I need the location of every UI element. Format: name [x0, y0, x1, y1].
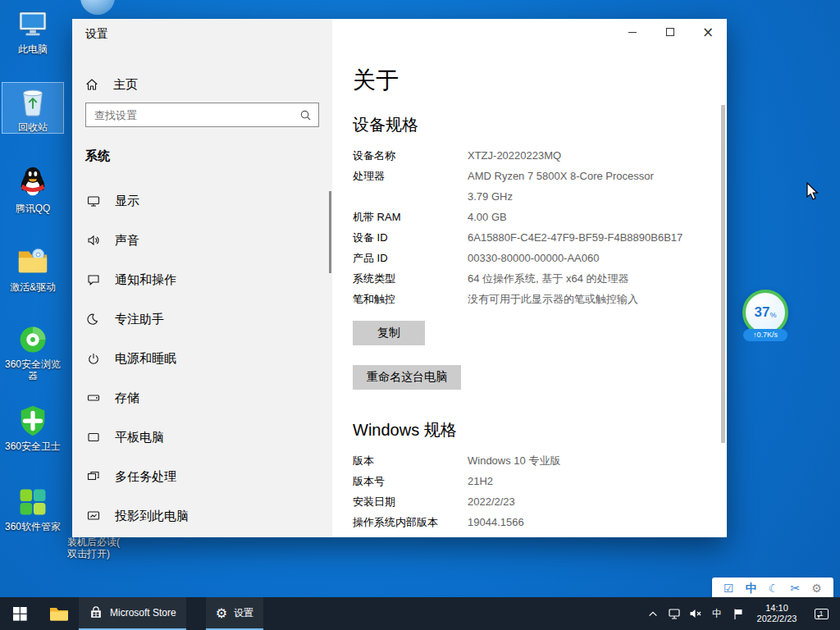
- notification-bubble-icon: 1: [815, 609, 829, 619]
- desktop-icon-label: 回收站: [2, 121, 63, 133]
- desktop-icon-activation-driver[interactable]: 激活&驱动: [2, 244, 64, 293]
- desktop-icon-readme-label[interactable]: 装机后必读( 双击打开): [67, 536, 126, 559]
- search-icon[interactable]: [299, 109, 312, 121]
- flag-icon: [733, 608, 744, 620]
- desktop-icon-label: 激活&驱动: [2, 281, 64, 293]
- window-title: 设置: [85, 27, 108, 42]
- sidebar-section-label: 系统: [85, 148, 110, 164]
- spec-value: 19044.1566: [468, 512, 694, 532]
- sidebar-item-power-sleep[interactable]: 电源和睡眠: [72, 340, 332, 377]
- tray-flag[interactable]: [728, 597, 748, 630]
- display-icon: [87, 194, 100, 208]
- spec-label: 版本: [353, 450, 468, 471]
- percent-unit: %: [769, 311, 776, 319]
- desktop-icon-tencent-qq[interactable]: 腾讯QQ: [2, 164, 64, 214]
- speed-value: 0.7K/s: [756, 331, 778, 339]
- desktop-icon-label: 360安全浏览器: [2, 358, 64, 381]
- tray-overflow-chevron[interactable]: [643, 597, 663, 630]
- power-icon: [87, 352, 100, 365]
- clock-time: 14:10: [750, 603, 804, 614]
- minimize-icon: [628, 32, 637, 33]
- spec-label: 处理器: [353, 166, 468, 207]
- spec-row: 产品 ID 00330-80000-00000-AA060: [353, 248, 694, 268]
- sidebar-item-tablet[interactable]: 平板电脑: [72, 419, 332, 455]
- sidebar-scrollbar-thumb[interactable]: [329, 191, 331, 273]
- settings-content: × 关于 设备规格 设备名称 XTZJ-20220223MQ 处理器 AMD R…: [332, 19, 727, 537]
- tray-volume[interactable]: [686, 597, 705, 630]
- mouse-cursor: [806, 182, 822, 205]
- sidebar-item-storage[interactable]: 存储: [72, 380, 332, 416]
- notification-count: 1: [819, 610, 823, 618]
- gear-icon: ⚙: [216, 605, 227, 621]
- nav-label: 专注助手: [115, 312, 164, 327]
- close-button[interactable]: ×: [689, 19, 727, 45]
- spec-value: 4.00 GB: [468, 207, 694, 227]
- file-explorer-button[interactable]: [39, 597, 79, 630]
- desktop: 此电脑 回收站 腾讯QQ 激活&驱动: [0, 0, 840, 630]
- nav-label: 显示: [115, 194, 139, 209]
- desktop-icon-360-safe[interactable]: 360安全卫士: [2, 404, 64, 452]
- microsoft-store-task-button[interactable]: Microsoft Store: [79, 597, 186, 630]
- spec-row: 操作系统内部版本 19044.1566: [353, 512, 694, 532]
- start-button[interactable]: [0, 597, 39, 630]
- rename-pc-button[interactable]: 重命名这台电脑: [353, 365, 461, 390]
- nav-label: 平板电脑: [115, 430, 164, 445]
- taskbar-clock[interactable]: 14:10 2022/2/23: [750, 597, 804, 630]
- store-icon: [89, 605, 103, 620]
- windows-spec-heading: Windows 规格: [353, 419, 694, 441]
- tray-input-indicator[interactable]: 中: [707, 597, 727, 630]
- this-pc-icon: [16, 7, 50, 41]
- system-tray: 中 14:10 2022/2/23 1: [643, 597, 840, 630]
- desktop-icon-this-pc[interactable]: 此电脑: [2, 7, 64, 55]
- windows-spec-rows: 版本 Windows 10 专业版 版本号 21H2 安装日期 2022/2/2…: [353, 450, 694, 532]
- desktop-icon-360-browser[interactable]: 360安全浏览器: [2, 323, 64, 381]
- focus-assist-icon: [87, 313, 100, 326]
- spec-row: 处理器 AMD Ryzen 7 5800X 8-Core Processor 3…: [353, 166, 694, 207]
- spec-value: 没有可用于此显示器的笔或触控输入: [468, 289, 694, 309]
- window-caption-buttons: ×: [614, 19, 727, 45]
- 360-browser-icon: [16, 323, 49, 356]
- maximize-button[interactable]: [651, 19, 689, 45]
- sidebar-item-focus-assist[interactable]: 专注助手: [72, 301, 332, 337]
- storage-icon: [87, 391, 100, 404]
- taskbar-left: Microsoft Store ⚙ 设置: [0, 597, 643, 630]
- home-icon: [85, 78, 98, 91]
- ime-clip-icon[interactable]: ✂: [791, 582, 801, 594]
- settings-task-button[interactable]: ⚙ 设置: [206, 597, 263, 630]
- search-input[interactable]: [86, 109, 299, 121]
- sidebar-item-home[interactable]: 主页: [85, 70, 319, 99]
- sidebar-item-sound[interactable]: 声音: [72, 222, 332, 258]
- spec-row: 机带 RAM 4.00 GB: [353, 207, 694, 227]
- ime-settings-icon[interactable]: ⚙: [811, 582, 822, 594]
- sidebar-item-multitasking[interactable]: 多任务处理: [72, 459, 332, 495]
- ime-lang-icon[interactable]: 中: [746, 582, 757, 594]
- desktop-icon-360-manager[interactable]: 360软件管家: [2, 486, 64, 532]
- sidebar-item-display[interactable]: 显示: [72, 183, 332, 219]
- content-scrollbar-thumb[interactable]: [721, 105, 725, 443]
- sidebar-item-projecting[interactable]: 投影到此电脑: [72, 498, 332, 534]
- action-center-button[interactable]: 1: [806, 597, 837, 630]
- nav-label: 电源和睡眠: [115, 351, 176, 367]
- nav-label: 存储: [115, 390, 139, 406]
- copy-button[interactable]: 复制: [353, 321, 425, 345]
- notifications-icon: [87, 273, 100, 286]
- spec-row: 版本 Windows 10 专业版: [353, 450, 694, 471]
- sidebar-item-notifications[interactable]: 通知和操作: [72, 262, 332, 298]
- settings-sidebar: 设置 主页 系统 显示: [72, 19, 332, 537]
- page-title: 关于: [353, 66, 694, 94]
- taskbar: Microsoft Store ⚙ 设置: [0, 597, 840, 630]
- spec-row: 设备名称 XTZJ-20220223MQ: [353, 145, 694, 166]
- volume-muted-icon: [689, 608, 702, 619]
- tray-network[interactable]: [664, 597, 684, 630]
- sidebar-nav: 显示 声音 通知和操作: [72, 183, 332, 537]
- spec-value: AMD Ryzen 7 5800X 8-Core Processor 3.79 …: [468, 166, 694, 207]
- 360-float-ball[interactable]: 37 % ↑0.7K/s: [742, 290, 789, 341]
- ime-night-icon[interactable]: ☾: [769, 582, 779, 594]
- spec-label: 设备名称: [353, 145, 468, 166]
- ime-panel-icon[interactable]: ☑: [724, 582, 734, 594]
- desktop-icon-label: 此电脑: [2, 43, 64, 55]
- network-speed-badge: ↑0.7K/s: [743, 329, 788, 341]
- home-label: 主页: [113, 77, 138, 93]
- desktop-icon-recycle-bin[interactable]: 回收站: [2, 82, 64, 134]
- minimize-button[interactable]: [614, 19, 651, 45]
